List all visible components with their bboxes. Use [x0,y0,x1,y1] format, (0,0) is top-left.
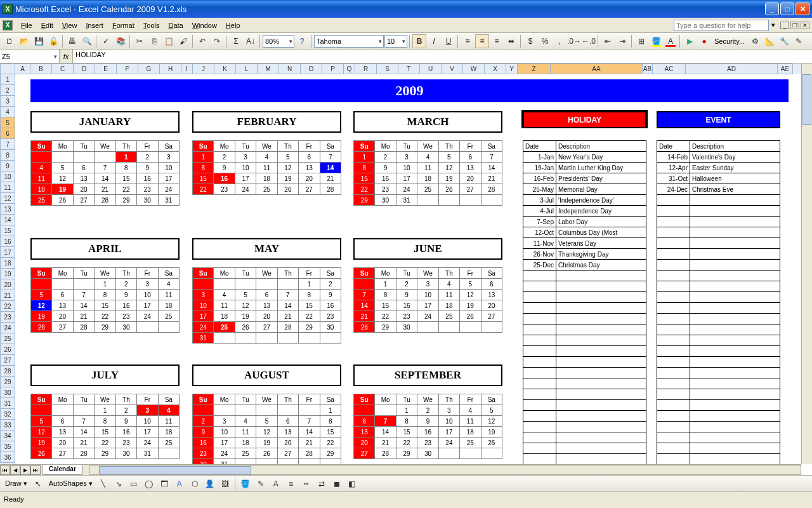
col-header-U[interactable]: U [420,64,442,74]
menu-edit[interactable]: Edit [37,20,58,31]
col-header-AB[interactable]: AB [643,64,653,74]
comma-button[interactable]: , [553,34,566,48]
minimize-button[interactable]: _ [765,3,779,15]
col-header-D[interactable]: D [74,64,95,74]
font-name-dropdown[interactable]: Tahoma [314,35,384,48]
col-header-Q[interactable]: Q [344,64,355,74]
menu-file[interactable]: File [16,20,37,31]
increase-decimal-button[interactable]: .0→ [567,34,581,48]
row-header-31[interactable]: 31 [0,398,15,409]
tab-first-button[interactable]: ⏮ [0,465,10,475]
col-header-F[interactable]: F [117,64,138,74]
controls-button[interactable]: 🔧 [777,34,791,48]
name-box[interactable]: Z5 [0,50,60,63]
col-header-AC[interactable]: AC [653,64,686,74]
col-header-J[interactable]: J [193,64,214,74]
row-header-34[interactable]: 34 [0,431,15,441]
font-color-button[interactable]: A [664,34,678,48]
format-painter-button[interactable]: 🖌 [176,34,190,48]
row-header-33[interactable]: 33 [0,420,15,431]
fx-button[interactable]: fx [60,53,72,60]
row-header-24[interactable]: 24 [0,323,15,333]
row-header-17[interactable]: 17 [0,247,15,258]
formula-input[interactable]: HOLIDAY [72,50,812,63]
borders-button[interactable]: ⊞ [634,34,648,48]
decrease-indent-button[interactable]: ⇤ [601,34,615,48]
line-color-button[interactable]: ✎ [254,477,268,491]
col-header-AD[interactable]: AD [686,64,778,74]
new-button[interactable]: 🗋 [3,34,16,48]
col-header-V[interactable]: V [442,64,463,74]
row-header-3[interactable]: 3 [0,96,15,107]
col-header-I[interactable]: I [181,64,193,74]
menu-format[interactable]: Format [108,20,139,31]
line-style-button[interactable]: ≡ [284,477,298,491]
tab-last-button[interactable]: ⏭ [30,465,41,475]
dash-style-button[interactable]: ┅ [299,477,313,491]
row-header-26[interactable]: 26 [0,344,15,355]
macro-play-button[interactable]: ▶ [683,34,697,48]
permission-button[interactable]: 🔓 [46,34,60,48]
security-button[interactable]: Security... [712,37,747,45]
doc-restore-button[interactable]: ❐ [790,22,799,29]
help-search-input[interactable] [674,20,769,31]
fill-color-button[interactable]: 🪣 [649,34,663,48]
save-button[interactable]: 💾 [32,34,46,48]
row-header-16[interactable]: 16 [0,236,15,247]
col-header-H[interactable]: H [160,64,181,74]
font-color-draw-button[interactable]: A [269,477,283,491]
col-header-AE[interactable]: AE [778,64,793,74]
menu-data[interactable]: Data [164,20,187,31]
row-header-28[interactable]: 28 [0,366,15,377]
diagram-button[interactable]: ⬡ [188,477,202,491]
vertical-scrollbar[interactable] [801,64,812,464]
paste-button[interactable]: 📋 [162,34,176,48]
copy-button[interactable]: ⎘ [147,34,161,48]
3d-button[interactable]: ◧ [345,477,359,491]
col-header-O[interactable]: O [301,64,322,74]
col-header-K[interactable]: K [214,64,236,74]
align-left-button[interactable]: ≡ [461,34,475,48]
print-button[interactable]: 🖶 [65,34,79,48]
arrow-style-button[interactable]: ⇄ [315,477,329,491]
decrease-decimal-button[interactable]: ←.0 [582,34,596,48]
menu-tools[interactable]: Tools [139,20,164,31]
properties-button[interactable]: ✎ [792,34,806,48]
vba-button[interactable]: ⚙ [748,34,762,48]
textbox-button[interactable]: 🗔 [157,477,171,491]
row-header-36[interactable]: 36 [0,452,15,463]
col-header-N[interactable]: N [279,64,301,74]
menu-insert[interactable]: Insert [81,20,108,31]
macro-record-button[interactable]: ● [697,34,711,48]
picture-button[interactable]: 🖼 [218,477,232,491]
row-header-10[interactable]: 10 [0,171,15,182]
row-header-21[interactable]: 21 [0,290,15,301]
worksheet-grid[interactable]: ABCDEFGHIJKLMNOPQRSTUVWXYZAAABACADAE 123… [0,64,812,475]
row-header-14[interactable]: 14 [0,215,15,225]
doc-close-button[interactable]: ✕ [801,22,809,29]
row-header-15[interactable]: 15 [0,225,15,236]
maximize-button[interactable]: □ [780,3,794,15]
row-header-2[interactable]: 2 [0,85,15,96]
row-header-6[interactable]: 6 [0,128,15,139]
col-header-S[interactable]: S [377,64,398,74]
draw-menu[interactable]: Draw ▾ [3,479,30,488]
select-objects-button[interactable]: ↖ [31,477,45,491]
col-header-A[interactable]: A [15,64,30,74]
row-header-22[interactable]: 22 [0,301,15,312]
col-header-M[interactable]: M [258,64,279,74]
align-center-button[interactable]: ≡ [475,34,489,48]
rectangle-button[interactable]: ▭ [127,477,141,491]
font-size-dropdown[interactable]: 10 [384,35,407,48]
row-header-35[interactable]: 35 [0,441,15,452]
wordart-button[interactable]: A [173,477,187,491]
row-header-8[interactable]: 8 [0,150,15,161]
select-all-corner[interactable] [0,64,15,74]
row-header-11[interactable]: 11 [0,182,15,193]
line-button[interactable]: ╲ [96,477,110,491]
currency-button[interactable]: $ [523,34,537,48]
col-header-P[interactable]: P [322,64,344,74]
open-button[interactable]: 📂 [17,34,31,48]
col-header-X[interactable]: X [485,64,506,74]
row-header-19[interactable]: 19 [0,269,15,279]
